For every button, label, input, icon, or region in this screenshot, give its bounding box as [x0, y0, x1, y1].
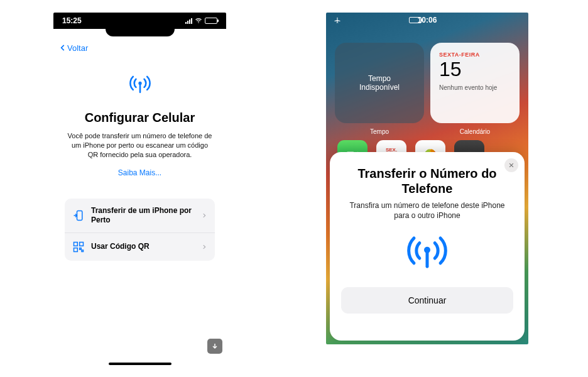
calendar-widget[interactable]: SEXTA-FEIRA 15 Nenhum evento hoje	[430, 43, 520, 123]
options-list: Transferir de um iPhone por Perto Usar C…	[65, 199, 215, 261]
calendar-day: 15	[439, 59, 462, 79]
close-icon	[508, 162, 514, 168]
notch	[53, 29, 226, 38]
wifi-icon	[195, 17, 202, 25]
page-description: Você pode transferir um número de telefo…	[65, 131, 215, 160]
arrow-down-icon	[211, 342, 219, 350]
chevron-left-icon	[58, 43, 67, 52]
cellular-signal-icon	[185, 18, 192, 24]
status-bar: 10:06	[326, 13, 528, 28]
qr-code-icon	[72, 241, 85, 253]
home-indicator[interactable]	[109, 363, 172, 365]
calendar-dow: SEXTA-FEIRA	[439, 52, 480, 58]
chevron-right-icon	[201, 210, 207, 221]
battery-icon	[409, 17, 422, 23]
svg-rect-4	[74, 242, 78, 246]
status-bar: 15:25	[53, 13, 226, 29]
phone-left: 15:25 Voltar	[53, 13, 226, 368]
svg-point-0	[199, 23, 199, 23]
sheet-description: Transfira um número de telefone deste iP…	[341, 201, 513, 221]
back-label: Voltar	[67, 43, 88, 53]
svg-rect-7	[80, 248, 82, 249]
svg-rect-8	[82, 250, 84, 252]
weather-line1: Tempo	[368, 74, 391, 83]
sheet-title: Transferir o Número do Telefone	[341, 166, 513, 196]
status-time: 15:25	[62, 16, 82, 25]
phone-right: 10:06 Tempo Indisponível SEXTA-FEIRA 15 …	[326, 13, 528, 344]
cellular-antenna-icon	[65, 72, 215, 98]
svg-rect-6	[74, 248, 78, 251]
close-button[interactable]	[504, 158, 518, 172]
learn-more-link[interactable]: Saiba Mais...	[65, 168, 215, 177]
weather-widget[interactable]: Tempo Indisponível	[335, 43, 424, 123]
svg-rect-5	[80, 242, 84, 246]
cellular-antenna-icon	[341, 232, 513, 271]
airplane-mode-icon	[334, 16, 341, 24]
option-label: Usar Código QR	[91, 242, 195, 251]
option-transfer-nearby[interactable]: Transferir de um iPhone por Perto	[65, 199, 215, 232]
chevron-right-icon	[201, 241, 207, 253]
weather-widget-label: Tempo	[335, 128, 424, 135]
weather-line2: Indisponível	[359, 83, 400, 92]
continue-label: Continuar	[408, 295, 447, 305]
back-button[interactable]: Voltar	[58, 43, 88, 53]
svg-rect-3	[77, 210, 82, 220]
continue-button[interactable]: Continuar	[341, 287, 513, 314]
battery-icon	[205, 18, 217, 24]
option-use-qr[interactable]: Usar Código QR	[65, 232, 215, 261]
nav-bar: Voltar	[53, 38, 226, 58]
download-indicator[interactable]	[207, 339, 222, 354]
transfer-sheet: Transferir o Número do Telefone Transfir…	[330, 152, 525, 341]
page-title: Configurar Celular	[65, 111, 215, 125]
option-label: Transferir de um iPhone por Perto	[91, 206, 195, 225]
calendar-widget-label: Calendário	[430, 128, 520, 135]
transfer-phone-icon	[72, 209, 85, 222]
calendar-event: Nenhum evento hoje	[439, 84, 497, 91]
